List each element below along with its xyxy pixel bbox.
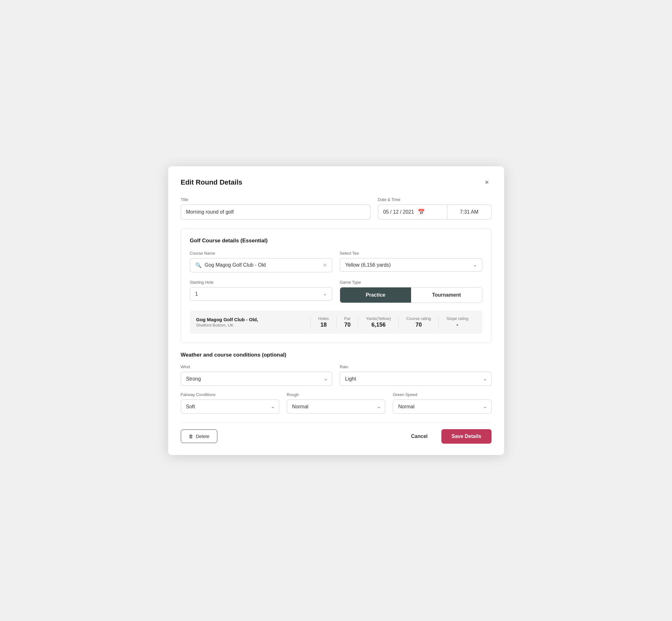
holes-stat: Holes 18: [310, 316, 336, 328]
date-input[interactable]: 05 / 12 / 2021 📅: [378, 204, 447, 220]
yards-value: 6,156: [366, 322, 391, 328]
title-input[interactable]: [181, 204, 370, 220]
course-name-field: Course Name 🔍 ✕: [190, 251, 333, 272]
course-rating-label: Course rating: [406, 316, 431, 321]
select-tee-dropdown[interactable]: Yellow (6,156 yards): [345, 262, 473, 267]
fairway-select-wrapper: Soft Normal Hard ⌄: [181, 400, 279, 414]
hole-gametype-row: Starting Hole 1 2 10 ⌄ Game Type Practic…: [190, 280, 482, 303]
fairway-label: Fairway Conditions: [181, 392, 279, 397]
course-info-name: Gog Magog Golf Club - Old, Shelford Bott…: [196, 317, 310, 328]
rain-label: Rain: [340, 365, 492, 369]
clear-icon[interactable]: ✕: [323, 262, 327, 268]
fairway-dropdown[interactable]: Soft Normal Hard: [181, 400, 279, 414]
wind-field: Wind Strong Light None Moderate ⌄: [181, 365, 333, 386]
rain-field: Rain Light None Heavy Moderate ⌄: [340, 365, 492, 386]
title-label: Title: [181, 197, 370, 202]
green-speed-dropdown[interactable]: Normal Fast Slow: [393, 400, 491, 414]
delete-label: Delete: [196, 433, 209, 439]
starting-hole-wrapper[interactable]: 1 2 10 ⌄: [190, 287, 333, 301]
slope-rating-value: -: [447, 322, 468, 328]
holes-label: Holes: [318, 316, 329, 321]
holes-value: 18: [318, 322, 329, 328]
time-input[interactable]: 7:31 AM: [447, 204, 492, 220]
rough-select-wrapper: Normal Long Short ⌄: [287, 400, 385, 414]
course-bold-name: Gog Magog Golf Club - Old,: [196, 317, 310, 322]
rain-dropdown[interactable]: Light None Heavy Moderate: [340, 372, 492, 386]
course-name-label: Course Name: [190, 251, 333, 256]
chevron-down-icon: ⌄: [473, 262, 477, 267]
title-date-row: Title Date & Time 05 / 12 / 2021 📅 7:31 …: [181, 197, 492, 220]
course-rating-value: 70: [406, 322, 431, 328]
game-type-field: Game Type Practice Tournament: [340, 280, 482, 303]
course-location: Shelford Bottom, UK: [196, 323, 310, 328]
delete-button[interactable]: 🗑 Delete: [181, 429, 217, 443]
green-speed-field: Green Speed Normal Fast Slow ⌄: [393, 392, 491, 414]
course-info-row: Gog Magog Golf Club - Old, Shelford Bott…: [190, 310, 482, 334]
course-name-input[interactable]: [205, 262, 320, 268]
wind-label: Wind: [181, 365, 333, 369]
golf-section-title: Golf Course details (Essential): [190, 238, 482, 244]
datetime-field-group: Date & Time 05 / 12 / 2021 📅 7:31 AM: [378, 197, 492, 220]
wind-dropdown[interactable]: Strong Light None Moderate: [181, 372, 333, 386]
yards-label: Yards(Yellow): [366, 316, 391, 321]
calendar-icon: 📅: [418, 209, 425, 215]
fairway-field: Fairway Conditions Soft Normal Hard ⌄: [181, 392, 279, 414]
starting-hole-dropdown[interactable]: 1 2 10: [195, 291, 323, 297]
rough-dropdown[interactable]: Normal Long Short: [287, 400, 385, 414]
close-button[interactable]: ×: [482, 178, 492, 187]
green-speed-select-wrapper: Normal Fast Slow ⌄: [393, 400, 491, 414]
date-value: 05 / 12 / 2021: [383, 209, 414, 215]
par-label: Par: [344, 316, 350, 321]
cancel-button[interactable]: Cancel: [405, 430, 434, 443]
rough-label: Rough: [287, 392, 385, 397]
game-type-toggle: Practice Tournament: [340, 287, 482, 303]
wind-select-wrapper: Strong Light None Moderate ⌄: [181, 372, 333, 386]
modal-title: Edit Round Details: [181, 178, 243, 187]
select-tee-field: Select Tee Yellow (6,156 yards) ⌄: [340, 251, 482, 272]
par-value: 70: [344, 322, 350, 328]
footer-right: Cancel Save Details: [405, 429, 492, 444]
slope-rating-label: Slope rating: [447, 316, 468, 321]
practice-button[interactable]: Practice: [340, 287, 411, 303]
weather-section: Weather and course conditions (optional)…: [181, 352, 492, 414]
title-field-group: Title: [181, 197, 370, 220]
trash-icon: 🗑: [189, 433, 194, 439]
rough-field: Rough Normal Long Short ⌄: [287, 392, 385, 414]
slope-rating-stat: Slope rating -: [438, 316, 476, 328]
course-name-search[interactable]: 🔍 ✕: [190, 258, 333, 272]
rain-select-wrapper: Light None Heavy Moderate ⌄: [340, 372, 492, 386]
game-type-label: Game Type: [340, 280, 482, 285]
golf-course-section: Golf Course details (Essential) Course N…: [181, 229, 492, 343]
modal-header: Edit Round Details ×: [181, 178, 492, 187]
wind-rain-row: Wind Strong Light None Moderate ⌄ Rain L…: [181, 365, 492, 386]
par-stat: Par 70: [336, 316, 358, 328]
weather-section-title: Weather and course conditions (optional): [181, 352, 492, 358]
green-speed-label: Green Speed: [393, 392, 491, 397]
datetime-inputs: 05 / 12 / 2021 📅 7:31 AM: [378, 204, 492, 220]
course-tee-row: Course Name 🔍 ✕ Select Tee Yellow (6,156…: [190, 251, 482, 272]
starting-hole-label: Starting Hole: [190, 280, 333, 285]
yards-stat: Yards(Yellow) 6,156: [358, 316, 398, 328]
tournament-button[interactable]: Tournament: [411, 287, 482, 303]
chevron-down-icon: ⌄: [323, 291, 327, 296]
select-tee-label: Select Tee: [340, 251, 482, 256]
datetime-label: Date & Time: [378, 197, 492, 202]
starting-hole-field: Starting Hole 1 2 10 ⌄: [190, 280, 333, 303]
save-button[interactable]: Save Details: [442, 429, 491, 444]
fairway-rough-green-row: Fairway Conditions Soft Normal Hard ⌄ Ro…: [181, 392, 492, 414]
course-rating-stat: Course rating 70: [398, 316, 438, 328]
edit-round-modal: Edit Round Details × Title Date & Time 0…: [168, 166, 504, 455]
search-icon: 🔍: [195, 262, 202, 268]
modal-footer: 🗑 Delete Cancel Save Details: [181, 422, 492, 444]
time-value: 7:31 AM: [460, 209, 478, 215]
select-tee-wrapper[interactable]: Yellow (6,156 yards) ⌄: [340, 258, 482, 272]
